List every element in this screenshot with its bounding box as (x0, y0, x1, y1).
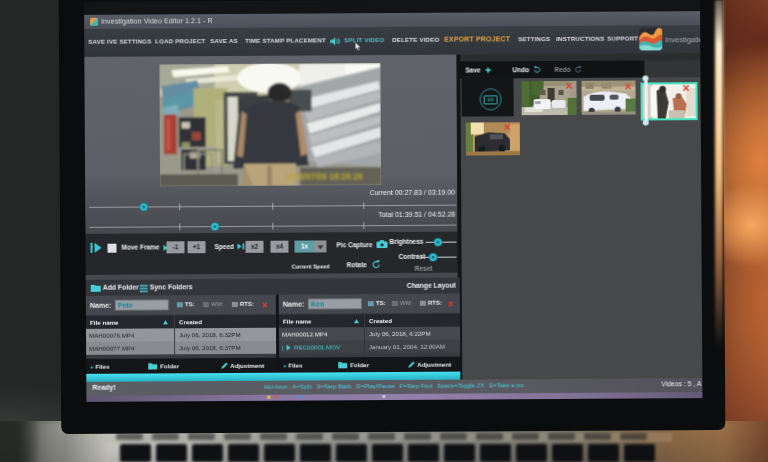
svg-text:2018/07/06 18:26:26: 2018/07/06 18:26:26 (285, 171, 363, 181)
